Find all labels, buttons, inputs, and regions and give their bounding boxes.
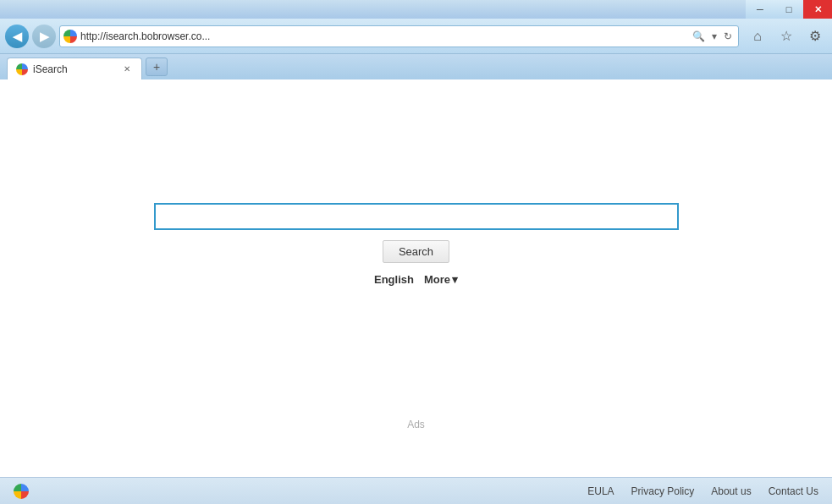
nav-bar: ◀ ▶ http://isearch.bobrowser.co... 🔍 ▾ ↻… <box>0 19 832 54</box>
new-tab-button[interactable]: + <box>146 58 168 76</box>
more-link[interactable]: More ▾ <box>424 273 458 286</box>
footer: EULA Privacy Policy About us Contact Us <box>0 477 832 504</box>
browser-content: Search English More ▾ Ads <box>0 79 832 477</box>
english-link[interactable]: English <box>374 273 414 286</box>
restore-button[interactable]: □ <box>774 0 803 19</box>
active-tab[interactable]: iSearch ✕ <box>7 58 142 79</box>
footer-chrome-icon <box>14 484 29 499</box>
contact-link[interactable]: Contact Us <box>769 485 818 497</box>
nav-right-icons: ⌂ ☆ ⚙ <box>746 25 827 48</box>
address-icons: 🔍 ▾ ↻ <box>690 30 735 43</box>
privacy-link[interactable]: Privacy Policy <box>631 485 695 497</box>
forward-button[interactable]: ▶ <box>32 25 56 48</box>
bookmark-button[interactable]: ☆ <box>774 25 798 48</box>
address-text: http://isearch.bobrowser.co... <box>80 30 686 42</box>
address-bar-container: http://isearch.bobrowser.co... 🔍 ▾ ↻ <box>59 25 739 47</box>
home-button[interactable]: ⌂ <box>746 25 769 48</box>
eula-link[interactable]: EULA <box>587 485 614 497</box>
dropdown-btn[interactable]: ▾ <box>709 30 719 43</box>
search-icon-btn[interactable]: 🔍 <box>690 30 708 43</box>
search-container: Search English More ▾ <box>154 203 679 286</box>
ads-label: Ads <box>407 419 425 430</box>
close-button[interactable]: ✕ <box>803 0 832 19</box>
tab-favicon <box>16 63 28 75</box>
settings-button[interactable]: ⚙ <box>803 25 827 48</box>
footer-left <box>14 484 29 499</box>
about-link[interactable]: About us <box>711 485 751 497</box>
search-input[interactable] <box>154 203 679 230</box>
tab-title: iSearch <box>33 63 68 75</box>
search-links: English More ▾ <box>374 273 458 286</box>
title-bar: ─ □ ✕ <box>0 0 832 19</box>
chrome-icon <box>63 30 77 43</box>
tab-bar: iSearch ✕ + <box>0 54 832 79</box>
refresh-btn[interactable]: ↻ <box>721 30 735 43</box>
minimize-button[interactable]: ─ <box>746 0 774 19</box>
search-button[interactable]: Search <box>383 240 449 263</box>
tab-close-button[interactable]: ✕ <box>121 63 133 75</box>
back-button[interactable]: ◀ <box>5 25 29 48</box>
